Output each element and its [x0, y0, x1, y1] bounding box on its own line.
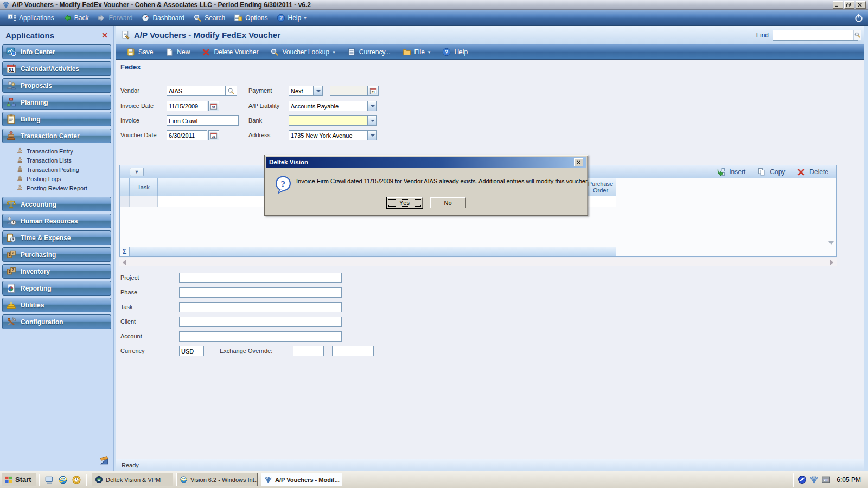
taskbar-task-deltek-vision-vpm[interactable]: Deltek Vision & VPM: [92, 473, 173, 486]
scroll-right-arrow[interactable]: [830, 260, 833, 265]
vertical-scroll-down-arrow[interactable]: [828, 241, 834, 245]
invoice-input[interactable]: [167, 115, 239, 126]
invoice-date-calendar-button[interactable]: 31: [208, 101, 219, 111]
back-icon: [63, 14, 72, 22]
sidebar-item-utilities[interactable]: Utilities: [2, 298, 111, 312]
sidebar-item-calendar-activities[interactable]: 31Calendar/Activities: [2, 61, 111, 76]
menu-back[interactable]: Back: [60, 12, 94, 24]
address-select[interactable]: [289, 130, 368, 140]
toolbar-save-button[interactable]: Save: [122, 46, 158, 58]
menu-applications[interactable]: +Applications: [4, 12, 60, 24]
vendor-input[interactable]: [167, 86, 225, 96]
taskbar-clock[interactable]: 6:05 PM: [837, 476, 861, 484]
sidebar-item-configuration[interactable]: Configuration: [2, 314, 111, 329]
exchange-override-input-1[interactable]: [293, 346, 324, 356]
tray-vm-icon[interactable]: vm: [821, 475, 831, 484]
sidebar-subitem-transaction-entry[interactable]: Transaction Entry: [0, 146, 113, 156]
delete-row-button[interactable]: Delete: [797, 168, 828, 176]
restore-button[interactable]: [844, 1, 854, 9]
find-input[interactable]: [773, 30, 853, 40]
quick-launch-internet-explorer-icon[interactable]: [58, 475, 68, 485]
folder-icon: [403, 48, 411, 56]
bank-dropdown-button[interactable]: [368, 115, 377, 126]
sidebar-item-inventory[interactable]: 12Inventory: [2, 264, 111, 279]
address-dropdown-button[interactable]: [368, 130, 377, 140]
svg-text:31: 31: [212, 134, 215, 138]
sidebar-subitem-transaction-lists[interactable]: Transaction Lists: [0, 156, 113, 165]
close-button[interactable]: [856, 1, 866, 9]
payment-select[interactable]: [289, 86, 314, 96]
taskbar-task-a-p-vouchers-modif[interactable]: A/P Vouchers - Modif...: [261, 473, 342, 486]
toolbar-help-button[interactable]: ?Help: [437, 46, 473, 58]
minimize-button[interactable]: [833, 1, 843, 9]
sidebar-close-button[interactable]: ✕: [101, 31, 108, 40]
invoice-date-input[interactable]: [167, 101, 207, 111]
sidebar-item-proposals[interactable]: Proposals: [2, 78, 111, 93]
sidebar-item-transaction-center[interactable]: Transaction Center: [2, 129, 111, 143]
toolbar-file-button[interactable]: File▾: [398, 46, 436, 58]
grid-cell-purchase-order[interactable]: [585, 196, 616, 207]
dialog-yes-button[interactable]: Yes: [387, 197, 423, 208]
menu-search[interactable]: Search: [190, 12, 231, 24]
sidebar-item-accounting[interactable]: Accounting: [2, 197, 111, 211]
currency-input[interactable]: [179, 346, 204, 356]
menu-dashboard[interactable]: Dashboard: [138, 12, 190, 24]
task-input[interactable]: [179, 302, 342, 312]
sidebar-item-reporting[interactable]: Reporting: [2, 281, 111, 296]
horizontal-scrollbar[interactable]: [119, 258, 837, 266]
dialog-no-button[interactable]: No: [430, 197, 466, 208]
ap-liability-select[interactable]: [289, 101, 368, 111]
grid-cell-selector[interactable]: [120, 196, 130, 207]
sidebar-item-label: Accounting: [21, 201, 56, 208]
sidebar-subitem-posting-logs[interactable]: Posting Logs: [0, 174, 113, 183]
toolbar-voucher-lookup-button[interactable]: Voucher Lookup▾: [265, 46, 340, 58]
payment-dropdown-button[interactable]: [314, 86, 323, 96]
new-page-icon: [165, 48, 174, 56]
copy-row-button[interactable]: Copy: [757, 168, 785, 176]
voucher-date-input[interactable]: [167, 130, 207, 140]
configuration-icon: [6, 317, 16, 327]
project-input[interactable]: [179, 273, 342, 283]
scroll-left-arrow[interactable]: [123, 260, 126, 265]
ap-liability-dropdown-button[interactable]: [368, 101, 377, 111]
exchange-override-input-2[interactable]: [332, 346, 374, 356]
client-input[interactable]: [179, 317, 342, 327]
sidebar-item-human-resources[interactable]: Human Resources: [2, 214, 111, 228]
grid-options-dropdown[interactable]: ▼: [130, 168, 144, 176]
sidebar-item-time-expense[interactable]: Time & Expense: [2, 230, 111, 245]
calendar-icon: 31: [210, 102, 218, 110]
start-button[interactable]: Start: [2, 473, 36, 486]
phase-input[interactable]: [179, 287, 342, 298]
tray-deltek-icon[interactable]: [809, 475, 819, 484]
quick-launch-show-desktop-icon[interactable]: [44, 475, 54, 485]
toolbar-currency-button[interactable]: Currency...: [342, 46, 395, 58]
toolbar-new-button[interactable]: New: [160, 46, 195, 58]
sidebar-subitem-transaction-posting[interactable]: Transaction Posting: [0, 165, 113, 174]
resize-grip-icon[interactable]: [99, 455, 109, 465]
sidebar-item-billing[interactable]: Billing: [2, 112, 111, 126]
stamp-small-icon: [16, 184, 23, 191]
tray-network-icon[interactable]: [797, 475, 807, 484]
toolbar-delete-voucher-button[interactable]: Delete Voucher: [197, 46, 263, 58]
sidebar-subitem-posting-review-report[interactable]: Posting Review Report: [0, 183, 113, 192]
sidebar-item-purchasing[interactable]: 12Purchasing: [2, 247, 111, 262]
insert-row-button[interactable]: Insert: [717, 168, 745, 176]
logout-button[interactable]: [854, 13, 864, 23]
payment-date-input[interactable]: [330, 86, 368, 96]
payment-date-calendar-button[interactable]: 31: [368, 86, 379, 96]
menu-help[interactable]: ?Help▾: [273, 12, 312, 24]
sidebar-item-planning[interactable]: Planning: [2, 95, 111, 110]
account-input[interactable]: [179, 331, 342, 342]
quick-launch-alert-clock-icon[interactable]: [72, 475, 81, 485]
vendor-lookup-button[interactable]: [225, 86, 237, 96]
svg-text:1: 1: [9, 253, 11, 256]
dialog-close-button[interactable]: [574, 158, 583, 166]
sidebar-item-info-center[interactable]: iInfo Center: [2, 44, 111, 59]
voucher-date-calendar-button[interactable]: 31: [208, 130, 219, 140]
toolbar-button-label: Save: [138, 48, 153, 56]
grid-cell-task[interactable]: [130, 196, 158, 207]
taskbar-task-vision-6-2-windows-int[interactable]: Vision 6.2 - Windows Int...: [176, 473, 258, 486]
find-search-button[interactable]: [853, 30, 861, 40]
menu-options[interactable]: Options: [231, 12, 273, 24]
bank-select[interactable]: [289, 115, 368, 126]
